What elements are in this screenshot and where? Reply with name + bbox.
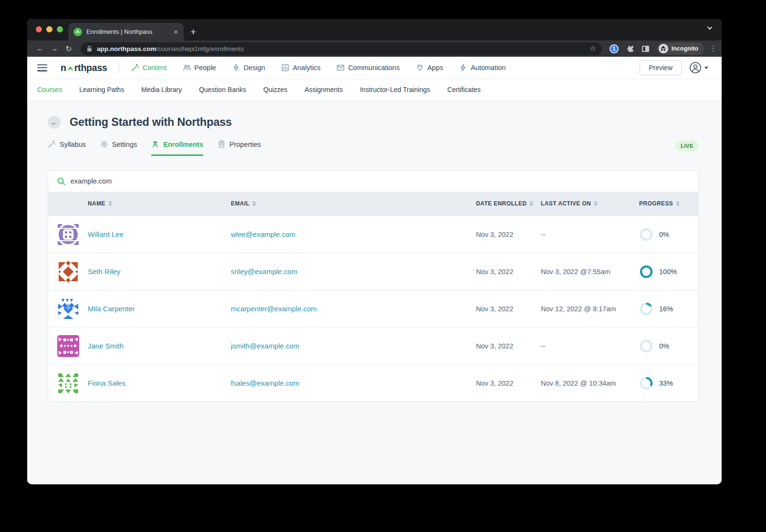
subnav-item-instructor-led-trainings[interactable]: Instructor-Led Trainings: [360, 86, 430, 93]
subnav-item-question-banks[interactable]: Question Banks: [199, 86, 246, 93]
enrollee-name-link[interactable]: Seth Riley: [88, 267, 231, 276]
browser-menu-icon[interactable]: ⋮: [710, 44, 717, 53]
enrollee-email-link[interactable]: sriley@example.com: [231, 267, 476, 276]
enrollee-name-link[interactable]: Willard Lee: [88, 230, 231, 238]
onepassword-extension-icon[interactable]: 1: [610, 44, 619, 53]
nav-item-design[interactable]: Design: [232, 63, 265, 72]
sort-icon[interactable]: [594, 201, 598, 206]
table-header: NAME EMAIL DATE ENROLLED LAST ACTIVE ON …: [48, 192, 698, 215]
browser-back-button[interactable]: ←: [34, 44, 46, 53]
new-tab-button[interactable]: +: [190, 26, 196, 38]
tab-search-chevron-icon[interactable]: [706, 25, 713, 33]
sort-icon[interactable]: [252, 201, 256, 206]
last-active-on: Nov 3, 2022 @7:55am: [541, 268, 639, 276]
tab-properties[interactable]: Properties: [217, 140, 261, 156]
enrollee-name-link[interactable]: Fiona Sales: [88, 379, 231, 387]
enrollee-email-link[interactable]: jsmith@example.com: [231, 342, 476, 350]
tab-settings[interactable]: Settings: [100, 140, 137, 156]
browser-tab-strip: Enrollments | Northpass × +: [27, 19, 722, 41]
nav-item-people[interactable]: People: [183, 63, 216, 72]
side-panel-icon[interactable]: [642, 46, 649, 52]
nav-item-automation[interactable]: Automation: [459, 63, 506, 72]
incognito-label: Incognito: [672, 45, 698, 52]
back-button[interactable]: ←: [48, 116, 61, 129]
clipboard-icon: [217, 140, 226, 148]
progress-ring: [639, 302, 653, 316]
nav-item-communications[interactable]: Communications: [336, 63, 400, 72]
identicon-avatar: [57, 224, 79, 246]
northpass-logo-mark-icon: [67, 65, 74, 72]
enrollments-card: NAME EMAIL DATE ENROLLED LAST ACTIVE ON …: [48, 170, 699, 402]
progress-label: 0%: [659, 342, 669, 350]
pen-nib-icon: [232, 63, 240, 72]
subnav-item-assignments[interactable]: Assignments: [305, 86, 343, 93]
table-row: Willard Lee wlee@example.com Nov 3, 2022…: [48, 215, 698, 253]
user-avatar-icon: [689, 61, 702, 74]
nav-item-analytics[interactable]: Analytics: [281, 63, 321, 72]
column-header-last-active-on[interactable]: LAST ACTIVE ON: [541, 200, 639, 207]
incognito-icon: [659, 44, 668, 53]
course-tabs: Syllabus Settings Enrollments Properties: [48, 140, 261, 156]
northpass-logo[interactable]: nrthpass: [61, 62, 107, 73]
course-page: ← Getting Started with Northpass Syllabu…: [27, 101, 722, 484]
browser-toolbar: ← → ↻ app.northpass.com/courses/hepi1mfg…: [27, 41, 722, 57]
progress-label: 16%: [659, 305, 673, 313]
date-enrolled: Nov 3, 2022: [476, 268, 541, 276]
window-controls[interactable]: [36, 26, 63, 32]
nav-item-apps[interactable]: Apps: [415, 63, 443, 72]
progress-cell: 100%: [639, 265, 698, 279]
identicon-avatar: [57, 298, 79, 320]
lock-icon: [86, 45, 93, 52]
subnav-item-learning-paths[interactable]: Learning Paths: [79, 86, 124, 93]
last-active-on: --: [541, 342, 639, 350]
last-active-on: --: [541, 231, 639, 238]
subnav-item-certificates[interactable]: Certificates: [447, 86, 481, 93]
close-window-button[interactable]: [36, 26, 42, 32]
address-bar[interactable]: app.northpass.com/courses/hepi1mfg/enrol…: [81, 42, 602, 55]
extensions-puzzle-icon[interactable]: [626, 45, 634, 53]
identicon-avatar: [57, 335, 79, 357]
browser-tab[interactable]: Enrollments | Northpass ×: [68, 23, 184, 41]
browser-reload-button[interactable]: ↻: [62, 44, 75, 53]
bar-chart-icon: [281, 63, 290, 72]
search-bar: [48, 171, 698, 192]
search-input[interactable]: [71, 177, 690, 185]
enrollee-email-link[interactable]: mcarpenter@example.com: [231, 305, 476, 313]
column-header-name[interactable]: NAME: [88, 200, 231, 207]
date-enrolled: Nov 3, 2022: [476, 231, 541, 238]
northpass-favicon-icon: [73, 28, 82, 36]
zoom-window-button[interactable]: [57, 26, 63, 32]
date-enrolled: Nov 3, 2022: [476, 342, 541, 350]
progress-label: 33%: [659, 379, 673, 387]
column-header-date-enrolled[interactable]: DATE ENROLLED: [476, 200, 541, 207]
sort-icon[interactable]: [676, 201, 680, 206]
table-row: Seth Riley sriley@example.com Nov 3, 202…: [48, 253, 698, 290]
user-menu[interactable]: [689, 61, 708, 74]
envelope-icon: [336, 63, 345, 72]
enrollee-email-link[interactable]: wlee@example.com: [231, 230, 476, 238]
enrollee-name-link[interactable]: Mila Carpenter: [88, 305, 231, 313]
last-active-on: Nov 8, 2022 @ 10:34am: [541, 379, 639, 387]
sort-icon[interactable]: [529, 201, 533, 206]
column-header-progress[interactable]: PROGRESS: [639, 200, 698, 207]
minimize-window-button[interactable]: [46, 26, 52, 32]
sort-icon[interactable]: [108, 201, 112, 206]
column-header-email[interactable]: EMAIL: [231, 200, 476, 207]
progress-cell: 33%: [639, 376, 698, 390]
tab-enrollments[interactable]: Enrollments: [151, 140, 203, 156]
close-tab-icon[interactable]: ×: [173, 28, 179, 36]
preview-button[interactable]: Preview: [640, 60, 682, 75]
nav-item-content[interactable]: Content: [131, 63, 167, 72]
progress-ring: [639, 227, 653, 242]
enrollee-name-link[interactable]: Jane Smith: [88, 342, 231, 350]
browser-forward-button[interactable]: →: [48, 44, 61, 53]
subnav-item-media-library[interactable]: Media Library: [141, 86, 182, 93]
bookmark-star-icon[interactable]: ☆: [590, 44, 596, 53]
subnav-item-quizzes[interactable]: Quizzes: [263, 86, 288, 93]
lightning-bolt-icon: [459, 63, 467, 72]
enrollee-email-link[interactable]: fsales@example.com: [231, 379, 476, 387]
hamburger-menu-icon[interactable]: [37, 64, 47, 72]
subnav-item-courses[interactable]: Courses: [37, 86, 62, 93]
tab-syllabus[interactable]: Syllabus: [48, 140, 86, 156]
student-icon: [151, 140, 159, 148]
